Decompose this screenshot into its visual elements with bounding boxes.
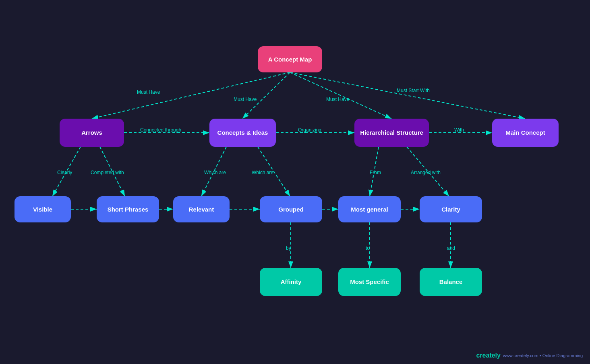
node-concepts-ideas[interactable]: Concepts & Ideas [209, 119, 276, 147]
label-completed-with: Completed with [91, 170, 124, 175]
node-arrows[interactable]: Arrows [60, 119, 124, 147]
node-relevant[interactable]: Relevant [173, 196, 230, 222]
label-organizing: Organizing [298, 127, 321, 133]
node-main-concept[interactable]: Main Concept [492, 119, 559, 147]
svg-line-2 [242, 72, 290, 119]
label-must-have-left: Must Have [137, 89, 160, 95]
node-concept-map[interactable]: A Concept Map [258, 46, 322, 72]
node-visible[interactable]: Visible [14, 196, 71, 222]
svg-line-3 [290, 72, 391, 119]
label-to: to [366, 245, 370, 251]
svg-line-1 [92, 72, 290, 119]
node-most-specific[interactable]: Most Specific [338, 268, 401, 296]
node-hierarchical[interactable]: Hierarchical Structure [354, 119, 429, 147]
node-clarity[interactable]: Clarity [420, 196, 482, 222]
diagram-canvas: Must Have Must Have Must Have Must Start… [0, 0, 590, 364]
label-connected-through: Connected through [140, 127, 181, 133]
label-arranged-with: Arranged with [411, 170, 441, 175]
label-which-are-left: Which are [204, 170, 226, 175]
label-from: From [370, 170, 381, 175]
node-short-phrases[interactable]: Short Phrases [97, 196, 159, 222]
label-which-are-right: Which are [252, 170, 273, 175]
node-grouped[interactable]: Grouped [260, 196, 322, 222]
watermark-url: www.creately.com • Online Diagramming [503, 353, 583, 358]
label-and: and [447, 245, 455, 251]
label-clearly: Clearly [57, 170, 72, 175]
label-with: With [454, 127, 464, 133]
label-by: by [286, 245, 291, 251]
watermark: creately www.creately.com • Online Diagr… [476, 352, 583, 359]
label-must-have-right: Must Have [326, 97, 349, 102]
svg-line-4 [290, 72, 525, 119]
label-must-start-with: Must Start With [397, 88, 430, 93]
watermark-logo: creately [476, 352, 501, 359]
node-affinity[interactable]: Affinity [260, 268, 322, 296]
node-balance[interactable]: Balance [420, 268, 482, 296]
node-most-general[interactable]: Most general [338, 196, 401, 222]
label-must-have-center: Must Have [234, 97, 257, 102]
